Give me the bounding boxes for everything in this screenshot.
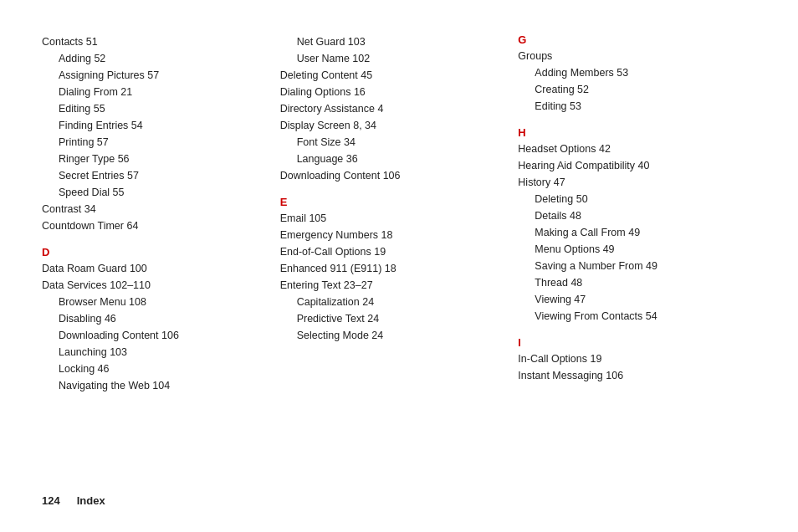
index-entry: Contrast 34: [42, 201, 263, 217]
index-entry: Locking 46: [42, 361, 263, 377]
column-1: Contacts 51Adding 52Assigning Pictures 5…: [42, 33, 280, 486]
index-entry: Deleting 50: [518, 191, 739, 207]
index-entry: Secret Entries 57: [42, 167, 263, 184]
section-letter-d: D: [42, 246, 263, 258]
index-entry: Downloading Content 106: [280, 167, 502, 184]
index-entry: Navigating the Web 104: [42, 377, 263, 394]
index-entry: Countdown Timer 64: [42, 217, 263, 234]
index-entry: Creating 52: [518, 81, 739, 98]
column-3: GGroupsAdding Members 53Creating 52Editi…: [518, 33, 756, 486]
index-entry: Dialing From 21: [42, 84, 263, 100]
index-entry: Net Guard 103: [280, 33, 502, 50]
index-entry: Predictive Text 24: [280, 310, 502, 327]
index-entry: Menu Options 49: [518, 241, 739, 258]
footer-page-number: 124: [42, 494, 60, 507]
index-entry: Details 48: [518, 207, 739, 224]
index-entry: Hearing Aid Compatibility 40: [518, 157, 739, 174]
section-letter-e: E: [280, 196, 502, 208]
index-entry: Entering Text 23–27: [280, 277, 502, 294]
section-letter-h: H: [518, 126, 739, 139]
index-entry: Enhanced 911 (E911) 18: [280, 260, 502, 277]
index-entry: Downloading Content 106: [42, 327, 263, 344]
index-entry: Speed Dial 55: [42, 184, 263, 201]
footer-label: Index: [77, 494, 105, 507]
index-entry: In-Call Options 19: [518, 350, 739, 367]
content-area: Contacts 51Adding 52Assigning Pictures 5…: [42, 33, 756, 486]
index-entry: Data Services 102–110: [42, 277, 263, 294]
index-entry: Viewing From Contacts 54: [518, 308, 739, 325]
index-entry: Assigning Pictures 57: [42, 67, 263, 84]
index-entry: Viewing 47: [518, 291, 739, 308]
index-entry: Finding Entries 54: [42, 117, 263, 134]
footer: 124 Index: [42, 486, 756, 507]
index-entry: Deleting Content 45: [280, 67, 502, 84]
index-entry: Instant Messaging 106: [518, 367, 739, 384]
index-entry: Ringer Type 56: [42, 151, 263, 167]
index-entry: History 47: [518, 174, 739, 191]
index-entry: Printing 57: [42, 134, 263, 151]
index-entry: Browser Menu 108: [42, 294, 263, 310]
index-entry: Emergency Numbers 18: [280, 227, 502, 243]
section-letter-i: I: [518, 336, 739, 349]
index-entry: Making a Call From 49: [518, 224, 739, 241]
index-entry: User Name 102: [280, 50, 502, 67]
index-entry: Editing 53: [518, 98, 739, 115]
index-entry: Adding Members 53: [518, 64, 739, 81]
index-entry: Directory Assistance 4: [280, 100, 502, 117]
index-entry: Headset Options 42: [518, 141, 739, 157]
index-entry: Language 36: [280, 151, 502, 167]
index-entry: Data Roam Guard 100: [42, 260, 263, 277]
index-entry: Saving a Number From 49: [518, 258, 739, 274]
index-entry: Adding 52: [42, 50, 263, 67]
index-entry: Display Screen 8, 34: [280, 117, 502, 134]
index-entry: Editing 55: [42, 100, 263, 117]
page: Contacts 51Adding 52Assigning Pictures 5…: [0, 0, 798, 532]
index-entry: Selecting Mode 24: [280, 327, 502, 344]
section-letter-g: G: [518, 33, 739, 46]
index-entry: End-of-Call Options 19: [280, 243, 502, 260]
index-entry: Launching 103: [42, 344, 263, 361]
index-entry: Capitalization 24: [280, 294, 502, 310]
column-2: Net Guard 103User Name 102Deleting Conte…: [280, 33, 519, 486]
index-entry: Dialing Options 16: [280, 84, 502, 100]
index-entry: Contacts 51: [42, 33, 263, 50]
index-entry: Email 105: [280, 210, 502, 227]
index-entry: Thread 48: [518, 274, 739, 291]
index-entry: Groups: [518, 48, 739, 64]
index-entry: Font Size 34: [280, 134, 502, 151]
index-entry: Disabling 46: [42, 310, 263, 327]
